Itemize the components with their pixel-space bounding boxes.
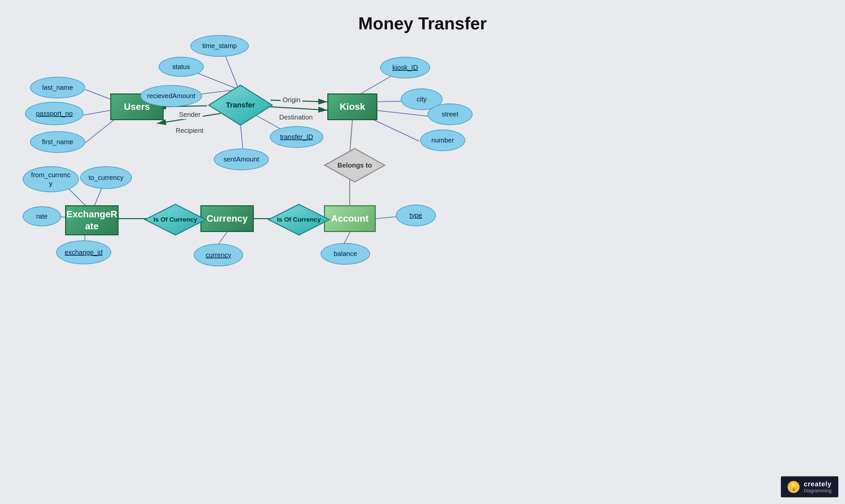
sender-label: Sender bbox=[177, 110, 203, 119]
diagram-lines bbox=[0, 0, 845, 504]
attr-time-stamp: time_stamp bbox=[190, 35, 249, 57]
relationship-transfer: Transfer bbox=[207, 84, 274, 127]
svg-line-15 bbox=[367, 117, 419, 141]
attr-street: street bbox=[427, 104, 473, 125]
svg-line-14 bbox=[374, 110, 427, 116]
svg-line-26 bbox=[219, 232, 227, 244]
relationship-belongsto: Belongs to bbox=[323, 147, 386, 184]
entity-currency: Currency bbox=[200, 205, 254, 232]
entity-kiosk: Kiosk bbox=[327, 93, 377, 120]
origin-label: Origin bbox=[281, 95, 302, 105]
attr-sent-amount: sentAmount bbox=[214, 148, 269, 170]
relationship-isofcurrency1: Is Of Currency bbox=[144, 203, 207, 236]
relationship-isofcurrency2: Is Of Currency bbox=[267, 203, 331, 236]
attr-currency-attr: currency bbox=[194, 244, 243, 266]
attr-type: type bbox=[396, 204, 436, 226]
entity-exchangerate: ExchangeRate bbox=[65, 205, 119, 235]
bulb-icon: 💡 bbox=[788, 481, 799, 493]
attr-transfer-id: transfer_ID bbox=[270, 126, 323, 148]
attr-kiosk-id: kiosk_ID bbox=[380, 57, 430, 78]
attr-to-currency: to_currency bbox=[80, 166, 132, 189]
attr-number: number bbox=[420, 129, 465, 151]
recipient-label: Recipient bbox=[174, 126, 206, 135]
entity-account: Account bbox=[324, 205, 376, 232]
diagram-canvas: Money Transfer bbox=[0, 0, 845, 504]
attr-last-name: last_name bbox=[30, 77, 85, 98]
svg-line-11 bbox=[270, 107, 327, 110]
attr-passport-no: passport_no bbox=[25, 102, 84, 125]
svg-line-28 bbox=[344, 232, 350, 244]
attr-rate: rate bbox=[23, 206, 61, 226]
attr-first-name: first_name bbox=[30, 131, 85, 153]
attr-exchange-id: exchange_id bbox=[56, 240, 111, 264]
attr-status: status bbox=[159, 57, 204, 77]
creately-logo: 💡 creately Diagramming bbox=[781, 476, 838, 497]
attr-from-currency: from_currency bbox=[23, 166, 79, 192]
attr-recieved-amount: recievedAmount bbox=[140, 85, 202, 107]
attr-balance: balance bbox=[321, 243, 370, 265]
destination-label: Destination bbox=[277, 113, 315, 122]
